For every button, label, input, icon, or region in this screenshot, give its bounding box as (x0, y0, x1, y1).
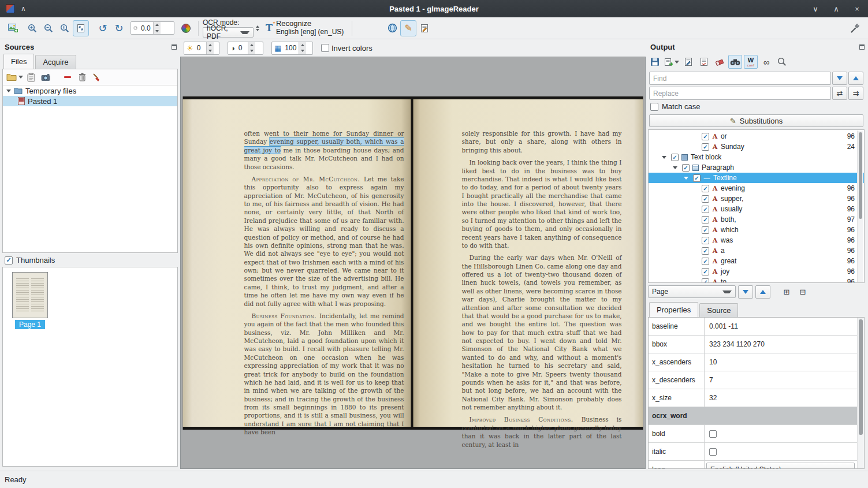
show-confidence-toggle[interactable]: W conf (744, 55, 758, 69)
item-checkbox[interactable]: ✓ (702, 143, 709, 151)
brightness-spinbox[interactable]: ☀ 0 (184, 42, 219, 55)
item-checkbox[interactable]: ✓ (702, 216, 709, 223)
open-hocr-button[interactable] (681, 55, 695, 69)
tree-row-paragraph[interactable]: ✓Paragraph (649, 162, 864, 173)
item-checkbox[interactable]: ✓ (671, 154, 679, 161)
export-menu-icon[interactable] (675, 61, 679, 64)
tree-row-a[interactable]: ✓Aa96 (649, 245, 864, 256)
add-images-button[interactable] (5, 70, 18, 84)
item-checkbox[interactable]: ✓ (702, 206, 709, 213)
tree-row-textline[interactable]: ✓—Textline (649, 173, 864, 183)
preferences-button[interactable] (847, 20, 863, 36)
clear-list-button[interactable] (90, 70, 103, 84)
resolution-spinbox[interactable]: ▦ 100 (271, 42, 313, 55)
match-case-checkbox[interactable] (650, 103, 658, 111)
expander-icon[interactable] (662, 156, 666, 159)
invert-colors-checkbox[interactable] (321, 44, 329, 52)
highlight-mode-button[interactable]: ✎ (400, 20, 416, 36)
properties-scrollbar-thumb[interactable] (859, 319, 863, 435)
item-checkbox[interactable]: ✓ (702, 185, 709, 192)
recognize-button[interactable]: T Recognize English [eng] (en_US) (262, 18, 348, 38)
add-image-button[interactable] (5, 20, 21, 36)
tree-row-supper[interactable]: ✓Asupper,96 (649, 193, 864, 204)
lang-combo[interactable]: English (United States) (706, 463, 855, 469)
remove-image-button[interactable] (61, 70, 74, 84)
menubar-expand-icon[interactable]: ∧ (21, 5, 26, 13)
zoom-out-button[interactable] (40, 20, 57, 36)
tree-row-or[interactable]: ✓Aor96 (649, 131, 864, 141)
replace-button[interactable]: ⇄ (832, 87, 847, 100)
rotate-right-button[interactable]: ↻ (111, 20, 127, 36)
detach-sources-icon[interactable] (172, 44, 177, 50)
thumbnail-page-1[interactable]: Page 1 (3, 267, 51, 329)
expand-all-button[interactable]: ⊞ (780, 285, 794, 299)
tab-acquire[interactable]: Acquire (35, 55, 76, 69)
find-prev-button[interactable] (848, 72, 863, 85)
resolution-spin-buttons[interactable] (299, 42, 306, 54)
display-controls-button[interactable] (178, 20, 194, 36)
spellcheck-button[interactable] (697, 55, 711, 69)
screenshot-button[interactable] (39, 70, 52, 84)
item-checkbox[interactable]: ✓ (682, 164, 690, 172)
item-checkbox[interactable]: ✓ (693, 174, 701, 182)
image-canvas[interactable]: often went to their home for Sunday dinn… (180, 57, 646, 469)
export-button[interactable] (664, 55, 680, 69)
substitutions-button[interactable]: ✎ Substitutions (649, 114, 863, 127)
zoom-fit-button[interactable] (73, 20, 89, 36)
add-images-menu-icon[interactable] (18, 76, 23, 79)
item-checkbox[interactable]: ✓ (702, 133, 709, 140)
minimize-button[interactable]: ∨ (810, 5, 821, 13)
maximize-button[interactable]: ∧ (831, 5, 841, 13)
find-input[interactable] (649, 72, 831, 85)
link-selection-button[interactable]: ∞ (759, 55, 773, 69)
tree-row-text-block[interactable]: ✓Text block (649, 152, 864, 162)
tree-row-joy[interactable]: ✓Ajoy96 (649, 266, 864, 277)
detach-output-icon[interactable] (859, 44, 865, 50)
save-output-button[interactable] (648, 55, 662, 69)
replace-all-button[interactable]: ⇉ (848, 87, 863, 100)
tab-source[interactable]: Source (699, 303, 738, 317)
tree-row-was[interactable]: ✓Awas96 (649, 235, 864, 245)
item-checkbox[interactable]: ✓ (702, 247, 709, 255)
expander-icon[interactable] (673, 166, 677, 169)
clear-output-button[interactable] (713, 55, 727, 69)
brightness-spin-buttons[interactable] (206, 42, 214, 54)
tree-row-to[interactable]: ✓Ato96 (649, 277, 864, 283)
tree-row-both[interactable]: ✓Aboth,97 (649, 214, 864, 225)
item-checkbox[interactable]: ✓ (702, 258, 709, 265)
item-checkbox[interactable]: ✓ (702, 226, 709, 234)
tree-row-which[interactable]: ✓Awhich96 (649, 225, 864, 235)
rotation-spin-buttons[interactable] (153, 22, 161, 34)
proofread-button[interactable] (416, 20, 433, 36)
delete-image-button[interactable] (76, 70, 88, 84)
tree-row-sunday[interactable]: ✓ASunday24 (649, 141, 864, 152)
thumbnails-checkbox[interactable]: ✓ (5, 256, 13, 265)
tab-files[interactable]: Files (3, 54, 34, 69)
expander-icon[interactable] (6, 90, 11, 92)
properties-scrollbar[interactable] (857, 318, 864, 468)
replace-input[interactable] (649, 87, 831, 100)
find-replace-toggle[interactable] (728, 55, 742, 69)
expander-icon[interactable] (684, 177, 688, 180)
invert-colors-toggle[interactable]: Invert colors (321, 44, 372, 53)
contrast-spinbox[interactable]: ◑ 0 (228, 42, 263, 55)
item-checkbox[interactable]: ✓ (702, 195, 709, 203)
language-button[interactable] (384, 20, 400, 36)
italic-checkbox[interactable] (709, 448, 717, 456)
tab-properties[interactable]: Properties (649, 302, 698, 317)
rotate-left-button[interactable]: ↺ (95, 20, 111, 36)
tree-row-evening[interactable]: ✓Aevening96 (649, 183, 864, 193)
rotation-spinbox[interactable]: 0.0 (131, 21, 174, 35)
navigation-target-combo[interactable]: Page (648, 285, 736, 298)
find-next-button[interactable] (832, 72, 847, 85)
zoom-original-button[interactable] (57, 20, 73, 36)
zoom-to-selection-button[interactable] (775, 55, 789, 69)
tree-item-temporary-files[interactable]: Temporary files (3, 85, 177, 96)
item-checkbox[interactable]: ✓ (702, 237, 709, 244)
tree-row-great[interactable]: ✓Agreat96 (649, 256, 864, 266)
collapse-all-button[interactable]: ⊟ (796, 285, 810, 299)
contrast-spin-buttons[interactable] (248, 42, 255, 54)
prev-page-button[interactable] (755, 285, 770, 299)
match-case-toggle[interactable]: Match case (650, 102, 700, 111)
zoom-in-button[interactable] (24, 20, 40, 36)
